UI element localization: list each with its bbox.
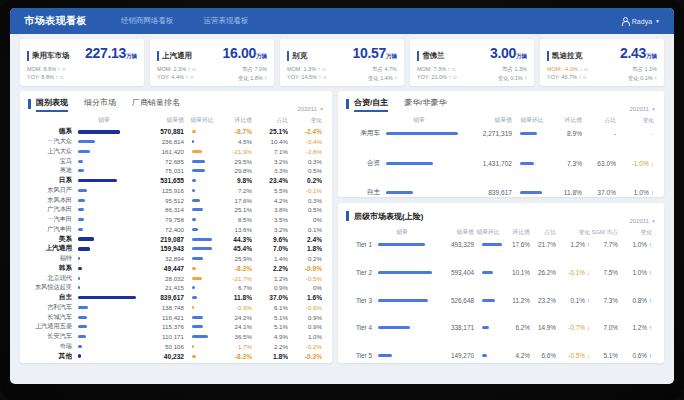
kpi-card-top: 凯迪拉克2.43万辆 (547, 44, 657, 62)
period-label[interactable]: 202011▼ (297, 106, 324, 112)
column-header (28, 116, 72, 125)
table-row[interactable]: 一汽丰田79,7588.5%3.5%0% (28, 215, 324, 225)
sales-value: 839,617 (458, 189, 512, 196)
trend-info-icon[interactable]: ⊙ (60, 74, 64, 80)
trend-arrow-icon: ↑ (651, 189, 654, 196)
table-row[interactable]: 东风悦达起亚21,4156.7%0.9%0% (28, 283, 324, 293)
trend-arrow-icon: ↑ (579, 74, 582, 80)
share-value: 5.1% (252, 323, 288, 330)
sales-value: 570,881 (136, 128, 184, 135)
table-row[interactable]: 吉利汽车138,748-0.9%6.1%-0.6% (28, 303, 324, 313)
trend-arrow-icon: ↑ (448, 66, 451, 72)
table-row[interactable]: 日系531,6559.8%23.4%0.2% (28, 176, 324, 186)
change-value: 0.2% (288, 177, 322, 184)
mom-bar-zone (184, 355, 220, 358)
table-row[interactable]: 东风日产125,9167.2%5.5%-0.1% (28, 186, 324, 196)
user-menu[interactable]: Radya ▼ (621, 17, 660, 25)
sales-bar-zone (72, 354, 136, 358)
table-row[interactable]: 东风本田95,51217.6%4.2%0.3% (28, 195, 324, 205)
trend-info-icon[interactable]: ⊙ (323, 74, 327, 80)
table-row[interactable]: 一汽大众236,8144.5%10.4%-0.4% (28, 137, 324, 147)
tab-------[interactable]: 豪华/非豪华 (404, 97, 446, 112)
table-row[interactable]: Tier 5149,2704.2%6.6%-0.5% ↓5.1%0.6% ↑ (346, 352, 656, 359)
table-row[interactable]: 合资1,431,7027.3%63.0%-1.0% ↓ (346, 159, 656, 168)
row-label: 奥迪 (28, 166, 72, 175)
table-row[interactable]: 北京现代28,032-21.7%1.2%-0.5% (28, 273, 324, 283)
trend-arrow-icon: ↓ (579, 66, 582, 72)
nav-tab-1[interactable]: 运营表现看板 (204, 16, 249, 26)
share-value: 3.2% (252, 158, 288, 165)
row-label: 德系 (28, 127, 72, 136)
table-row[interactable]: 韩系49,447-8.3%2.2%-0.9% (28, 264, 324, 274)
period-label[interactable]: 202011▼ (629, 106, 656, 112)
mom-bar-zone (184, 140, 220, 143)
trend-info-icon[interactable]: ⊙ (62, 66, 66, 72)
tab-----[interactable]: 细分市场 (84, 97, 116, 112)
table-row[interactable]: Tier 4338,1716.2%14.9%-0.7% ↓7.0%1.2% ↑ (346, 324, 656, 331)
trend-info-icon[interactable]: ⊙ (584, 66, 588, 72)
sales-bar (78, 208, 84, 211)
tab-------[interactable]: 厂商销量排名 (132, 97, 180, 112)
mom-bar (192, 160, 205, 163)
kpi-stats: MOM: 2.3% ↑ ⊙YOY: 4.4% ↑ ⊙市占 7.0%变化 1.8%… (157, 66, 267, 82)
kpi-trend-column: MOM: -4.0% ↓ ⊙YOY: 46.7% ↑ ⊙ (547, 66, 588, 82)
table-row[interactable]: Tier 2593,40410.1%26.2%-0.1% ↓7.5%1.0% ↑ (346, 269, 656, 276)
table-row[interactable]: Tier 1493,32917.6%21.7%1.2% ↑7.7%1.0% ↑ (346, 241, 656, 248)
change-value: 1.8% (288, 245, 322, 252)
period-label[interactable]: 202011▼ (629, 218, 656, 224)
tab-----[interactable]: 国别表现 (36, 97, 68, 112)
trend-info-icon[interactable]: ⊙ (453, 74, 457, 80)
sgm-share-value: 7.5% (590, 269, 618, 276)
share-value: 6.1% (252, 304, 288, 311)
table-row[interactable]: 奥迪75,03129.8%3.3%0.5% (28, 166, 324, 176)
sales-bar-zone (72, 306, 136, 309)
trend-info-icon[interactable]: ⊙ (190, 74, 194, 80)
sales-value: 79,758 (136, 216, 184, 223)
table-row[interactable]: 自主839,61711.8%37.0%1.0% ↑ (346, 188, 656, 197)
table-row[interactable]: 福特32,89425.9%1.4%0.2% (28, 254, 324, 264)
sales-bar (378, 326, 410, 329)
table-row[interactable]: 乘用车2,271,3198.9%-- (346, 129, 656, 138)
mom-bar (192, 257, 203, 260)
table-row[interactable]: 长城汽车116,42124.2%5.1%0.9% (28, 312, 324, 322)
sales-bar (386, 132, 458, 135)
table-row[interactable]: 美系219,08744.3%9.6%2.4% (28, 234, 324, 244)
table-row[interactable]: 德系570,881-8.7%25.1%-2.4% (28, 127, 324, 137)
column-header (346, 228, 372, 237)
trend-info-icon[interactable]: ⊙ (322, 66, 326, 72)
mom-value: 9.8% (220, 177, 252, 184)
mom-bar (192, 189, 195, 192)
table-row[interactable]: 奇瑞50,106-1.7%2.2%-0.2% (28, 342, 324, 352)
table-row[interactable]: Tier 3526,64811.2%23.2%0.1% ↑7.3%0.8% ↑ (346, 297, 656, 304)
sales-value: 493,329 (432, 241, 474, 248)
sales-bar (78, 286, 80, 289)
trend-info-icon[interactable]: ⊙ (583, 74, 587, 80)
share-value: 10.4% (252, 138, 288, 145)
table-row[interactable]: 上汽通用159,94345.4%7.0%1.8% (28, 244, 324, 254)
mom-value: -8.7% (220, 128, 252, 135)
mom-bar (192, 130, 196, 133)
kpi-name: 雪佛兰 (417, 51, 445, 61)
trend-info-icon[interactable]: ⊙ (192, 66, 196, 72)
dashboard-screen: 市场表现看板 经销商网络看板运营表现看板 Radya ▼ 乘用车市场227.13… (10, 8, 674, 384)
sgm-share-value: 5.1% (590, 352, 618, 359)
kpi-name: 乘用车市场 (27, 51, 70, 61)
kpi-yoy: YOY: 14.5% ↑ ⊙ (287, 74, 327, 80)
table-row[interactable]: 广汽丰田72,40013.6%3.2%0.1% (28, 225, 324, 235)
table-row[interactable]: 长安汽车110,17136.5%4.9%1.0% (28, 332, 324, 342)
kpi-share: 市占 1.1% (632, 66, 657, 73)
table-row[interactable]: 其他40,232-8.3%1.8%-0.3% (28, 351, 324, 361)
trend-arrow-icon: ↑ (185, 74, 188, 80)
nav-tab-0[interactable]: 经销商网络看板 (121, 16, 174, 26)
trend-info-icon[interactable]: ⊙ (452, 66, 456, 72)
tab------[interactable]: 合资/自主 (354, 97, 388, 112)
table-row[interactable]: 上汽大众161,420-21.9%7.1%-2.8% (28, 147, 324, 157)
kpi-value-wrap: 16.00万辆 (222, 44, 267, 62)
table-row[interactable]: 自主839,61711.8%37.0%1.6% (28, 293, 324, 303)
table-row[interactable]: 宝马72,68529.5%3.2%0.3% (28, 156, 324, 166)
trend-arrow-icon: ↑ (649, 241, 652, 248)
table-row[interactable]: 上汽通用五菱115,37624.1%5.1%0.9% (28, 322, 324, 332)
country-panel-tabs: 国别表现细分市场厂商销量排名 (36, 97, 196, 112)
table-row[interactable]: 广汽本田86,31425.1%3.8%0.5% (28, 205, 324, 215)
row-label: 合资 (346, 159, 380, 168)
